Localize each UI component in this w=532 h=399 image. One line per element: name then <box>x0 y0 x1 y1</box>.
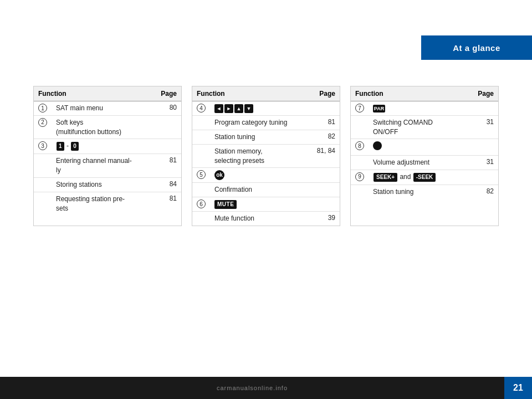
table3-func-header: Function <box>351 86 465 101</box>
par-badge: PAR <box>373 105 385 112</box>
table2-func-header: Function <box>192 86 307 101</box>
table-row: 6 MUTE <box>192 197 340 212</box>
row-num <box>351 185 369 198</box>
table-row: Requesting station pre-sets 81 <box>34 192 181 215</box>
row-page <box>307 183 340 197</box>
table-row: 1 SAT main menu 80 <box>34 101 181 116</box>
table-row: Entering channel manual-ly 81 <box>34 154 181 178</box>
page-content: At a glance Function Page 1 SAT main men… <box>0 0 532 377</box>
header-title: At a glance <box>453 43 500 53</box>
row-page <box>307 197 340 212</box>
table-row: 5 ok <box>192 168 340 183</box>
table-row: Volume adjustment 31 <box>351 156 498 170</box>
row-num: 7 <box>351 101 369 116</box>
up-arrow: ▲ <box>234 104 243 113</box>
ok-badge: ok <box>214 170 224 180</box>
row-page <box>307 101 340 116</box>
row-page: 81 <box>152 154 181 178</box>
row-page: 80 <box>152 101 181 116</box>
table1-func-header: Function <box>34 86 152 101</box>
row-page: 84 <box>152 177 181 192</box>
row-num <box>34 177 52 192</box>
row-page <box>152 139 181 154</box>
table-row: 7 PAR <box>351 101 498 116</box>
table-row: 2 Soft keys(multifunction buttons) <box>34 115 181 139</box>
row-func-ok: ok <box>210 168 307 183</box>
row-page: 82 <box>465 185 498 198</box>
table-row: 9 SEEK+ and -SEEK <box>351 170 498 185</box>
table2-page-header: Page <box>307 86 340 101</box>
row-page <box>465 101 498 116</box>
row-num <box>351 156 369 170</box>
table-2: Function Page 4 ◄ ► ▲ ▼ <box>192 86 340 226</box>
row-func: Mute function <box>210 212 307 226</box>
down-arrow: ▼ <box>244 104 253 113</box>
page-number: 21 <box>504 377 532 399</box>
row-func: Program category tuning <box>210 116 307 130</box>
row-func: Storing stations <box>52 177 152 192</box>
vol-badge <box>373 141 382 150</box>
row-num <box>34 192 52 215</box>
row-func-mute: MUTE <box>210 197 307 212</box>
table-row: Confirmation <box>192 183 340 197</box>
row-num: 8 <box>351 139 369 156</box>
row-page: 82 <box>307 130 340 145</box>
header-tab: At a glance <box>421 35 532 60</box>
row-num: 4 <box>192 101 210 116</box>
row-page: 31 <box>465 156 498 170</box>
row-page: 31 <box>465 115 498 139</box>
row-func: SAT main menu <box>52 101 152 116</box>
row-num <box>192 130 210 145</box>
table-row: 3 1 - 0 <box>34 139 181 154</box>
row-num: 6 <box>192 197 210 212</box>
watermark-text: carmanualsonline.info <box>217 385 288 391</box>
table-row: Mute function 39 <box>192 212 340 226</box>
table-row: 4 ◄ ► ▲ ▼ <box>192 101 340 116</box>
seek-minus-badge: -SEEK <box>413 173 436 182</box>
row-func-arrows: ◄ ► ▲ ▼ <box>210 101 307 116</box>
row-num <box>192 183 210 197</box>
row-func: Confirmation <box>210 183 307 197</box>
row-func-par: PAR <box>369 101 465 116</box>
row-func: Entering channel manual-ly <box>52 154 152 178</box>
table-3: Function Page 7 PAR Switching COMAND <box>350 86 499 226</box>
row-page: 39 <box>307 212 340 226</box>
seek-plus-badge: SEEK+ <box>374 173 397 182</box>
row-num <box>192 144 210 168</box>
row-func-vol <box>369 139 465 156</box>
row-func-seek: SEEK+ and -SEEK <box>369 170 465 185</box>
row-page <box>465 139 498 156</box>
num-badge-0: 0 <box>71 142 79 151</box>
row-num <box>34 154 52 178</box>
row-page <box>307 168 340 183</box>
row-num <box>351 115 369 139</box>
table-row: 8 <box>351 139 498 156</box>
row-func: Soft keys(multifunction buttons) <box>52 115 152 139</box>
row-func: Station memory,selecting presets <box>210 144 307 168</box>
table-row: Storing stations 84 <box>34 177 181 192</box>
row-num: 2 <box>34 115 52 139</box>
row-func: Station tuning <box>210 130 307 145</box>
page-num-text: 21 <box>513 383 523 393</box>
left-arrow: ◄ <box>214 104 223 113</box>
table3-page-header: Page <box>465 86 498 101</box>
row-page <box>465 170 498 185</box>
row-num: 1 <box>34 101 52 116</box>
row-func: Switching COMANDON/OFF <box>369 115 465 139</box>
row-func: Requesting station pre-sets <box>52 192 152 215</box>
mute-badge: MUTE <box>214 200 237 209</box>
table-row: Station tuning 82 <box>351 185 498 198</box>
row-num <box>192 212 210 226</box>
right-arrow: ► <box>224 104 233 113</box>
row-page <box>152 115 181 139</box>
row-func: Volume adjustment <box>369 156 465 170</box>
table-row: Station memory,selecting presets 81, 84 <box>192 144 340 168</box>
table-row: Program category tuning 81 <box>192 116 340 130</box>
row-num <box>192 116 210 130</box>
row-page: 81 <box>152 192 181 215</box>
table1-page-header: Page <box>152 86 181 101</box>
table-row: Switching COMANDON/OFF 31 <box>351 115 498 139</box>
num-badge-1: 1 <box>57 142 64 151</box>
bottom-bar: carmanualsonline.info <box>0 377 504 399</box>
table-1: Function Page 1 SAT main menu 80 2 Soft … <box>33 86 182 226</box>
